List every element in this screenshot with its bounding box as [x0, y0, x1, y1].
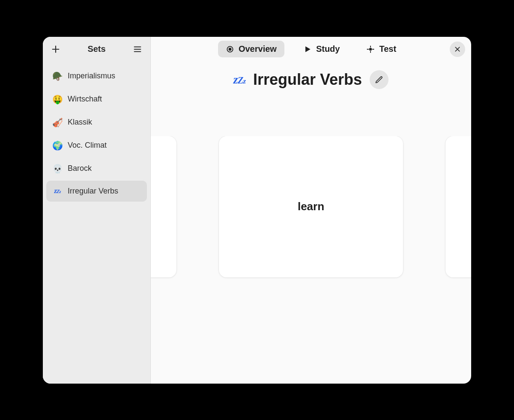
sidebar-item-klassik[interactable]: 🎻 Klassik: [46, 111, 147, 134]
globe-icon: 🌍: [52, 140, 63, 151]
sleep-icon: zZz: [52, 187, 63, 195]
sidebar-item-barock[interactable]: 💀 Barock: [46, 158, 147, 180]
tab-test[interactable]: Test: [359, 41, 404, 57]
sidebar-title: Sets: [87, 44, 105, 54]
set-list: 🪖 Imperialismus 🤑 Wirtschaft 🎻 Klassik 🌍…: [43, 62, 150, 205]
sidebar-item-voc-climat[interactable]: 🌍 Voc. Climat: [46, 134, 147, 157]
sidebar-item-imperialismus[interactable]: 🪖 Imperialismus: [46, 65, 147, 87]
card-carousel: learn: [151, 136, 471, 384]
hamburger-menu-button[interactable]: [129, 41, 146, 58]
sidebar-item-label: Barock: [68, 164, 92, 173]
target-icon: [366, 45, 375, 54]
svg-marker-7: [305, 46, 311, 52]
svg-point-6: [229, 48, 231, 50]
play-icon: [303, 45, 312, 54]
sidebar-item-label: Klassik: [68, 118, 92, 127]
tab-label: Test: [379, 44, 396, 54]
sidebar-header: Sets: [43, 37, 150, 62]
page-title: Irregular Verbs: [253, 71, 362, 89]
sidebar-item-label: Irregular Verbs: [68, 187, 118, 196]
tab-overview[interactable]: Overview: [218, 41, 284, 57]
main-header: Overview Study Test: [151, 37, 471, 62]
sleep-icon: zZz: [233, 73, 245, 86]
flashcard-prev[interactable]: [151, 136, 176, 277]
tab-study[interactable]: Study: [296, 41, 348, 57]
sidebar: Sets 🪖 Imperialismus 🤑 Wirtschaft �: [43, 37, 151, 384]
sidebar-item-label: Wirtschaft: [68, 95, 102, 104]
violin-icon: 🎻: [52, 117, 63, 128]
close-button[interactable]: [450, 42, 465, 57]
svg-point-8: [369, 48, 372, 51]
title-row: zZz Irregular Verbs: [151, 70, 471, 89]
hamburger-icon: [133, 45, 142, 54]
flashcard-next[interactable]: [445, 136, 471, 277]
sidebar-item-wirtschaft[interactable]: 🤑 Wirtschaft: [46, 88, 147, 110]
main: Overview Study Test: [151, 37, 471, 384]
flashcard-current[interactable]: learn: [219, 136, 403, 277]
plus-icon: [51, 45, 60, 54]
tabs: Overview Study Test: [218, 41, 404, 57]
close-icon: [454, 46, 461, 53]
sidebar-item-irregular-verbs[interactable]: zZz Irregular Verbs: [46, 181, 147, 202]
app-window: Sets 🪖 Imperialismus 🤑 Wirtschaft �: [43, 37, 471, 384]
pencil-icon: [375, 75, 383, 84]
sidebar-item-label: Imperialismus: [68, 71, 115, 80]
tab-label: Study: [316, 44, 340, 54]
tab-label: Overview: [239, 44, 277, 54]
sidebar-item-label: Voc. Climat: [68, 141, 107, 150]
edit-title-button[interactable]: [370, 70, 388, 89]
helmet-icon: 🪖: [52, 71, 63, 81]
money-face-icon: 🤑: [52, 94, 63, 104]
flashcard-front-text: learn: [298, 200, 324, 213]
eye-icon: [226, 45, 234, 54]
add-set-button[interactable]: [47, 41, 64, 58]
skull-icon: 💀: [52, 164, 63, 174]
